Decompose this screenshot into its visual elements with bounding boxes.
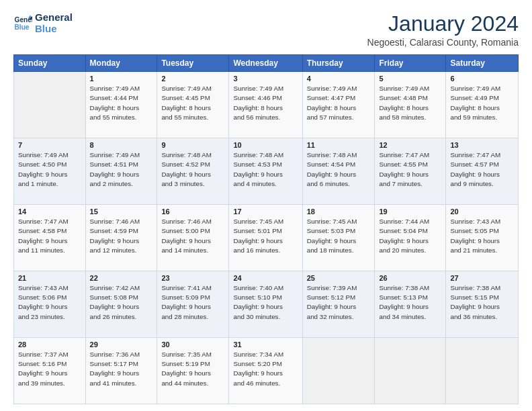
day-number: 27 [450, 274, 514, 282]
calendar-week-row: 1Sunrise: 7:49 AMSunset: 4:44 PMDaylight… [14, 72, 519, 138]
day-number: 12 [379, 141, 441, 149]
day-info: Sunrise: 7:43 AMSunset: 5:06 PMDaylight:… [18, 283, 81, 322]
day-info: Sunrise: 7:35 AMSunset: 5:19 PMDaylight:… [161, 350, 224, 388]
day-number: 23 [161, 274, 224, 282]
calendar-header-cell: Sunday [14, 55, 86, 72]
calendar-cell: 2Sunrise: 7:49 AMSunset: 4:45 PMDaylight… [157, 72, 229, 138]
calendar-cell: 31Sunrise: 7:34 AMSunset: 5:20 PMDayligh… [229, 338, 302, 404]
calendar-cell: 21Sunrise: 7:43 AMSunset: 5:06 PMDayligh… [14, 271, 86, 338]
day-number: 9 [161, 141, 224, 149]
day-info: Sunrise: 7:46 AMSunset: 4:59 PMDaylight:… [90, 217, 153, 255]
svg-text:Blue: Blue [15, 24, 30, 31]
day-number: 3 [233, 75, 298, 83]
calendar-cell: 4Sunrise: 7:49 AMSunset: 4:47 PMDaylight… [302, 72, 375, 138]
day-info: Sunrise: 7:49 AMSunset: 4:45 PMDaylight:… [161, 84, 224, 122]
day-number: 1 [90, 75, 153, 83]
day-info: Sunrise: 7:43 AMSunset: 5:05 PMDaylight:… [450, 217, 514, 255]
calendar-cell [446, 338, 519, 404]
calendar-week-row: 21Sunrise: 7:43 AMSunset: 5:06 PMDayligh… [14, 271, 519, 338]
day-number: 6 [450, 75, 514, 83]
calendar-cell: 8Sunrise: 7:49 AMSunset: 4:51 PMDaylight… [85, 138, 157, 205]
calendar-cell: 5Sunrise: 7:49 AMSunset: 4:48 PMDaylight… [375, 72, 446, 138]
day-number: 17 [233, 208, 298, 216]
day-info: Sunrise: 7:42 AMSunset: 5:08 PMDaylight:… [90, 283, 153, 322]
day-info: Sunrise: 7:49 AMSunset: 4:44 PMDaylight:… [90, 84, 153, 122]
day-number: 24 [233, 274, 298, 282]
day-info: Sunrise: 7:45 AMSunset: 5:03 PMDaylight:… [307, 217, 371, 255]
title-block: January 2024 Negoesti, Calarasi County, … [367, 12, 519, 48]
calendar-cell: 19Sunrise: 7:44 AMSunset: 5:04 PMDayligh… [375, 205, 446, 271]
day-info: Sunrise: 7:38 AMSunset: 5:15 PMDaylight:… [450, 283, 514, 322]
calendar-cell: 7Sunrise: 7:49 AMSunset: 4:50 PMDaylight… [14, 138, 86, 205]
day-number: 5 [379, 75, 441, 83]
day-number: 22 [90, 274, 153, 282]
day-info: Sunrise: 7:37 AMSunset: 5:16 PMDaylight:… [18, 350, 81, 388]
day-number: 10 [233, 141, 298, 149]
day-number: 28 [18, 340, 81, 349]
calendar-cell: 25Sunrise: 7:39 AMSunset: 5:12 PMDayligh… [302, 271, 375, 338]
calendar-cell: 12Sunrise: 7:47 AMSunset: 4:55 PMDayligh… [375, 138, 446, 205]
calendar-week-row: 28Sunrise: 7:37 AMSunset: 5:16 PMDayligh… [14, 338, 519, 404]
day-number: 16 [161, 208, 224, 216]
day-number: 4 [307, 75, 371, 83]
day-number: 18 [307, 208, 371, 216]
calendar-cell: 23Sunrise: 7:41 AMSunset: 5:09 PMDayligh… [157, 271, 229, 338]
calendar-cell: 18Sunrise: 7:45 AMSunset: 5:03 PMDayligh… [302, 205, 375, 271]
calendar-cell: 3Sunrise: 7:49 AMSunset: 4:46 PMDaylight… [229, 72, 302, 138]
day-number: 29 [90, 340, 153, 349]
day-info: Sunrise: 7:45 AMSunset: 5:01 PMDaylight:… [233, 217, 298, 255]
calendar-header-cell: Monday [85, 55, 157, 72]
day-number: 20 [450, 208, 514, 216]
calendar-cell [302, 338, 375, 404]
calendar-cell: 28Sunrise: 7:37 AMSunset: 5:16 PMDayligh… [14, 338, 86, 404]
day-info: Sunrise: 7:46 AMSunset: 5:00 PMDaylight:… [161, 217, 224, 255]
calendar-cell: 6Sunrise: 7:49 AMSunset: 4:49 PMDaylight… [446, 72, 519, 138]
day-number: 30 [161, 340, 224, 349]
day-number: 13 [450, 141, 514, 149]
calendar-cell: 11Sunrise: 7:48 AMSunset: 4:54 PMDayligh… [302, 138, 375, 205]
day-number: 8 [90, 141, 153, 149]
calendar-cell [14, 72, 86, 138]
day-info: Sunrise: 7:44 AMSunset: 5:04 PMDaylight:… [379, 217, 441, 255]
calendar-header-row: SundayMondayTuesdayWednesdayThursdayFrid… [14, 55, 519, 72]
day-info: Sunrise: 7:48 AMSunset: 4:53 PMDaylight:… [233, 150, 298, 189]
day-info: Sunrise: 7:40 AMSunset: 5:10 PMDaylight:… [233, 283, 298, 322]
logo-icon: General Blue [13, 14, 32, 33]
day-number: 31 [233, 340, 298, 349]
calendar-cell: 14Sunrise: 7:47 AMSunset: 4:58 PMDayligh… [14, 205, 86, 271]
day-info: Sunrise: 7:49 AMSunset: 4:50 PMDaylight:… [18, 150, 81, 189]
day-number: 21 [18, 274, 81, 282]
day-info: Sunrise: 7:34 AMSunset: 5:20 PMDaylight:… [233, 350, 298, 388]
header: General Blue General Blue January 2024 N… [13, 12, 519, 48]
calendar-header-cell: Friday [375, 55, 446, 72]
day-number: 26 [379, 274, 441, 282]
calendar-cell: 29Sunrise: 7:36 AMSunset: 5:17 PMDayligh… [85, 338, 157, 404]
day-info: Sunrise: 7:48 AMSunset: 4:52 PMDaylight:… [161, 150, 224, 189]
calendar-week-row: 14Sunrise: 7:47 AMSunset: 4:58 PMDayligh… [14, 205, 519, 271]
day-info: Sunrise: 7:36 AMSunset: 5:17 PMDaylight:… [90, 350, 153, 388]
day-info: Sunrise: 7:48 AMSunset: 4:54 PMDaylight:… [307, 150, 371, 189]
calendar-week-row: 7Sunrise: 7:49 AMSunset: 4:50 PMDaylight… [14, 138, 519, 205]
calendar-cell: 9Sunrise: 7:48 AMSunset: 4:52 PMDaylight… [157, 138, 229, 205]
calendar-cell: 1Sunrise: 7:49 AMSunset: 4:44 PMDaylight… [85, 72, 157, 138]
calendar-header-cell: Thursday [302, 55, 375, 72]
main-title: January 2024 [367, 12, 519, 36]
calendar-cell: 20Sunrise: 7:43 AMSunset: 5:05 PMDayligh… [446, 205, 519, 271]
day-number: 14 [18, 208, 81, 216]
calendar-header-cell: Wednesday [229, 55, 302, 72]
day-info: Sunrise: 7:49 AMSunset: 4:48 PMDaylight:… [379, 84, 441, 122]
calendar-cell [375, 338, 446, 404]
calendar-header-cell: Saturday [446, 55, 519, 72]
day-number: 15 [90, 208, 153, 216]
day-info: Sunrise: 7:39 AMSunset: 5:12 PMDaylight:… [307, 283, 371, 322]
day-number: 19 [379, 208, 441, 216]
calendar-cell: 30Sunrise: 7:35 AMSunset: 5:19 PMDayligh… [157, 338, 229, 404]
calendar-cell: 24Sunrise: 7:40 AMSunset: 5:10 PMDayligh… [229, 271, 302, 338]
calendar-header-cell: Tuesday [157, 55, 229, 72]
calendar-cell: 13Sunrise: 7:47 AMSunset: 4:57 PMDayligh… [446, 138, 519, 205]
logo-general: General [35, 12, 73, 24]
calendar-cell: 26Sunrise: 7:38 AMSunset: 5:13 PMDayligh… [375, 271, 446, 338]
day-number: 25 [307, 274, 371, 282]
day-info: Sunrise: 7:47 AMSunset: 4:55 PMDaylight:… [379, 150, 441, 189]
subtitle: Negoesti, Calarasi County, Romania [367, 37, 519, 48]
